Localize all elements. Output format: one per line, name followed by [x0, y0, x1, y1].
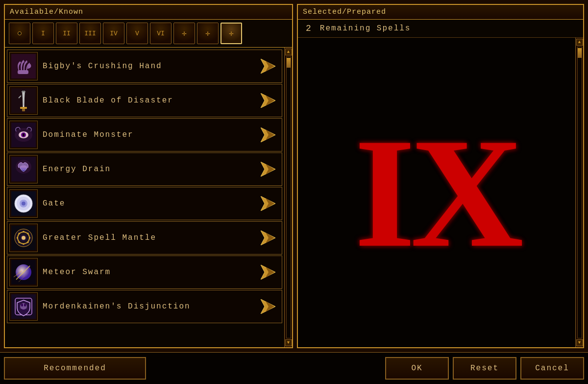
spell-black-blade[interactable]: Black Blade of Disaster [7, 84, 282, 117]
recommended-button[interactable]: Recommended [4, 357, 146, 380]
level-display-area: IX [298, 38, 575, 347]
scroll-up-arrow[interactable]: ▲ [285, 49, 292, 55]
cancel-button[interactable]: Cancel [520, 357, 584, 380]
spell-icon-mordenkainen [9, 292, 38, 321]
spell-name-mordenkainen: Mordenkainen's Disjunction [43, 302, 260, 311]
spell-name-mantle: Greater Spell Mantle [43, 233, 260, 242]
select-bigbys-button[interactable] [260, 57, 280, 75]
remaining-label: Remaining Spells [320, 24, 411, 33]
svg-rect-9 [22, 109, 25, 111]
spell-bigbys-crushing-hand[interactable]: Bigby's Crushing Hand [7, 50, 282, 83]
select-meteor-button[interactable] [260, 263, 280, 281]
available-header: Available/Known [5, 5, 292, 20]
spell-icon-blade [9, 86, 38, 115]
available-panel: Available/Known I II III IV V VI ✛ ✛ ✛ [4, 4, 293, 348]
tab-cross-1[interactable]: ✛ [173, 23, 195, 44]
tab-cross-2[interactable]: ✛ [197, 23, 219, 44]
svg-rect-8 [20, 107, 27, 109]
spell-name-gate: Gate [43, 199, 260, 208]
bottom-bar: Recommended OK Reset Cancel [0, 352, 588, 384]
right-scrollbar: ▲ ▼ [575, 38, 583, 347]
right-content-wrapper: IX ▲ ▼ [298, 38, 583, 347]
spell-icon-gate [9, 189, 38, 218]
ok-button[interactable]: OK [385, 357, 449, 380]
tab-3[interactable]: III [79, 23, 101, 44]
spell-icon-bigbys [9, 52, 38, 80]
spell-mordenkainen[interactable]: Mordenkainen's Disjunction [7, 290, 282, 323]
svg-line-41 [27, 242, 28, 243]
reset-button[interactable]: Reset [453, 357, 516, 380]
svg-line-40 [19, 233, 20, 234]
select-drain-button[interactable] [260, 160, 280, 178]
tab-2[interactable]: II [56, 23, 77, 44]
svg-line-42 [27, 233, 28, 234]
left-scrollbar: ▲ ▼ [284, 48, 292, 347]
svg-point-44 [22, 236, 25, 240]
right-scroll-thumb [578, 48, 582, 58]
right-scroll-up[interactable]: ▲ [576, 39, 583, 46]
spell-icon-drain [9, 155, 38, 183]
selected-panel: Selected/Prepared 2 Remaining Spells IX … [297, 4, 584, 348]
svg-rect-1 [18, 70, 28, 74]
spell-icon-mantle [9, 224, 38, 252]
spell-name-drain: Energy Drain [43, 165, 260, 174]
tab-4[interactable]: IV [103, 23, 124, 44]
remaining-spells-bar: 2 Remaining Spells [298, 20, 583, 38]
bottom-right: OK Reset Cancel [297, 357, 584, 380]
select-dominate-button[interactable] [260, 126, 280, 144]
spell-name-meteor: Meteor Swarm [43, 268, 260, 277]
tab-6[interactable]: VI [150, 23, 172, 44]
svg-rect-0 [11, 54, 36, 78]
spell-name-blade: Black Blade of Disaster [43, 96, 260, 105]
bottom-left: Recommended [4, 357, 293, 380]
scroll-down-arrow[interactable]: ▼ [285, 339, 292, 346]
scroll-thumb [287, 58, 291, 68]
right-scroll-down[interactable]: ▼ [576, 339, 583, 346]
spell-energy-drain[interactable]: Energy Drain [7, 153, 282, 186]
spell-list-container: Bigby's Crushing Hand [5, 48, 292, 347]
right-scroll-track [577, 47, 582, 338]
spell-icon-dominate [9, 121, 38, 149]
tab-0[interactable] [9, 23, 30, 44]
spell-gate[interactable]: Gate [7, 187, 282, 220]
select-blade-button[interactable] [260, 92, 280, 109]
spell-meteor-swarm[interactable]: Meteor Swarm [7, 256, 282, 289]
spell-level-tabs: I II III IV V VI ✛ ✛ ✛ [5, 20, 292, 48]
spell-dominate-monster[interactable]: Dominate Monster [7, 118, 282, 152]
tab-cross-3[interactable]: ✛ [220, 23, 242, 44]
selected-header: Selected/Prepared [298, 5, 583, 20]
spell-name-bigbys: Bigby's Crushing Hand [43, 62, 260, 71]
svg-point-17 [23, 133, 24, 136]
svg-point-29 [22, 202, 25, 205]
tab-5[interactable]: V [126, 23, 148, 44]
spell-icon-meteor [9, 258, 38, 286]
level-numeral: IX [354, 114, 519, 271]
spell-list: Bigby's Crushing Hand [5, 48, 284, 347]
tab-1[interactable]: I [32, 23, 54, 44]
svg-point-54 [21, 304, 23, 307]
spell-name-dominate: Dominate Monster [43, 130, 260, 139]
svg-point-55 [24, 304, 26, 307]
svg-point-22 [20, 165, 27, 170]
remaining-count: 2 [306, 24, 312, 33]
select-gate-button[interactable] [260, 195, 280, 212]
select-mantle-button[interactable] [260, 229, 280, 247]
svg-line-43 [19, 242, 20, 243]
spell-greater-spell-mantle[interactable]: Greater Spell Mantle [7, 221, 282, 255]
select-mordenkainen-button[interactable] [260, 298, 280, 315]
scroll-track [286, 56, 291, 338]
